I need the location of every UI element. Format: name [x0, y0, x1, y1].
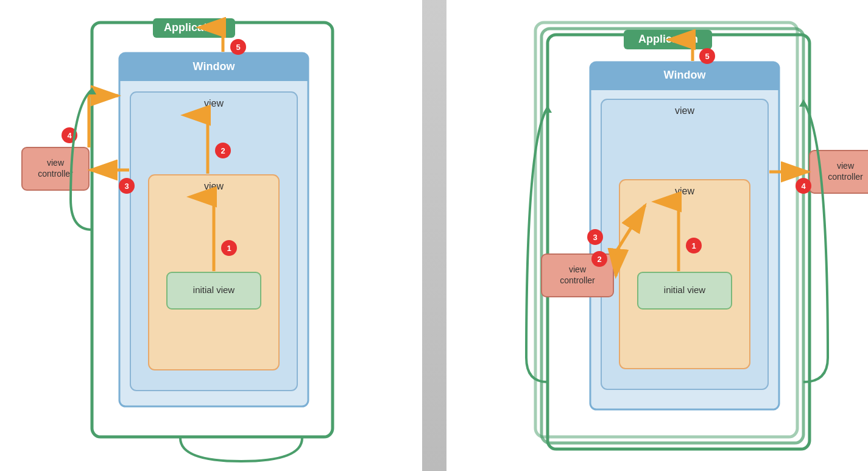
svg-marker-75 — [543, 105, 552, 113]
svg-text:Application: Application — [164, 21, 224, 34]
svg-marker-76 — [799, 99, 808, 107]
svg-text:5: 5 — [236, 43, 241, 52]
svg-text:view: view — [675, 105, 694, 116]
left-diagram-panel: Application Window view view initial vie… — [0, 0, 422, 471]
svg-text:Application: Application — [638, 33, 698, 45]
right-diagram-svg: Application Window view view initial vie… — [505, 16, 846, 455]
svg-text:5: 5 — [705, 52, 709, 61]
svg-text:view: view — [837, 161, 855, 171]
svg-text:view: view — [204, 98, 224, 108]
right-diagram-wrapper: Application Window view view initial vie… — [505, 16, 810, 455]
svg-text:4: 4 — [801, 182, 806, 191]
svg-text:initial view: initial view — [193, 285, 235, 295]
svg-text:2: 2 — [597, 255, 601, 264]
svg-text:3: 3 — [125, 182, 129, 191]
divider — [422, 0, 446, 471]
svg-text:1: 1 — [227, 244, 231, 253]
svg-text:2: 2 — [221, 146, 225, 155]
svg-text:view: view — [47, 158, 65, 168]
svg-text:view: view — [569, 264, 587, 274]
svg-text:controller: controller — [38, 169, 73, 179]
svg-text:view: view — [204, 181, 224, 191]
svg-text:Window: Window — [193, 60, 236, 73]
left-diagram-wrapper: Application Window view view initial vie… — [58, 16, 363, 455]
svg-text:3: 3 — [593, 233, 597, 242]
svg-text:4: 4 — [68, 131, 72, 140]
svg-text:controller: controller — [560, 275, 595, 285]
diagrams-container: Application Window view view initial vie… — [0, 0, 868, 471]
svg-text:controller: controller — [828, 172, 863, 182]
svg-text:1: 1 — [691, 241, 696, 250]
left-diagram-svg: Application Window view view initial vie… — [58, 16, 363, 455]
svg-text:initial view: initial view — [664, 285, 706, 295]
right-diagram-panel: Application Window view view initial vie… — [446, 0, 869, 471]
svg-text:Window: Window — [663, 69, 706, 81]
svg-text:view: view — [675, 186, 694, 196]
